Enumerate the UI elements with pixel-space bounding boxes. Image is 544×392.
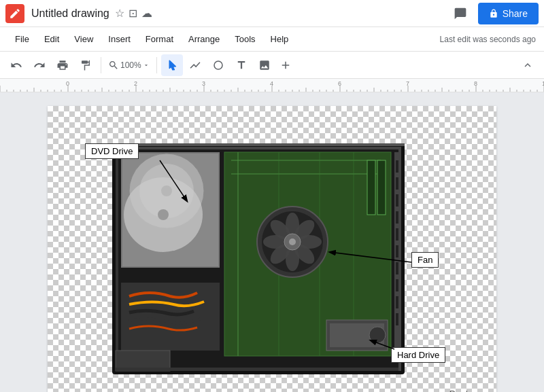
menu-view[interactable]: View: [67, 31, 100, 47]
share-button[interactable]: Share: [478, 3, 539, 24]
line-tool[interactable]: [184, 54, 206, 76]
star-icon[interactable]: ☆: [115, 7, 124, 20]
svg-point-48: [369, 327, 386, 343]
svg-rect-3: [116, 147, 401, 149]
app-logo[interactable]: [5, 4, 24, 23]
image-tool[interactable]: [254, 54, 275, 76]
title-bar-actions: Share: [448, 1, 539, 26]
redo-button[interactable]: [29, 54, 50, 76]
svg-rect-51: [112, 143, 405, 146]
svg-point-0: [214, 61, 222, 69]
comments-button[interactable]: [448, 1, 473, 26]
menu-help[interactable]: Help: [264, 31, 296, 47]
menu-arrange[interactable]: Arrange: [182, 31, 226, 47]
svg-rect-4: [116, 147, 118, 371]
label-fan[interactable]: Fan: [411, 252, 439, 268]
menu-file[interactable]: File: [8, 31, 36, 47]
zoom-button[interactable]: 100%: [105, 54, 152, 76]
document-title[interactable]: Untitled drawing: [31, 7, 109, 20]
canvas-area[interactable]: DVD Drive Fan Hard Drive g: [0, 92, 544, 392]
svg-rect-33: [121, 283, 220, 351]
svg-rect-49: [116, 368, 401, 371]
undo-button[interactable]: [5, 54, 27, 76]
menu-format[interactable]: Format: [139, 31, 180, 47]
svg-rect-20: [377, 160, 386, 215]
last-edit-status: Last edit was seconds ago: [440, 35, 536, 44]
drive-icon[interactable]: ⊡: [129, 7, 137, 20]
drawing-canvas[interactable]: DVD Drive Fan Hard Drive g: [48, 106, 496, 392]
title-bar: Untitled drawing ☆ ⊡ ☁ Share: [0, 0, 544, 27]
separator-2: [156, 57, 157, 73]
watermark: groovyPost.com: [420, 389, 488, 392]
svg-rect-50: [398, 147, 401, 371]
svg-rect-19: [367, 160, 375, 215]
label-hard-drive[interactable]: Hard Drive: [391, 347, 445, 363]
menu-insert[interactable]: Insert: [101, 31, 137, 47]
menu-bar: File Edit View Insert Format Arrange Too…: [0, 27, 544, 52]
svg-point-32: [289, 238, 296, 245]
print-button[interactable]: [52, 54, 73, 76]
svg-point-11: [158, 209, 169, 220]
select-tool[interactable]: [161, 54, 183, 76]
label-dvd-drive[interactable]: DVD Drive: [85, 143, 139, 159]
collapse-toolbar-button[interactable]: [517, 54, 539, 76]
separator-1: [101, 57, 101, 73]
paint-format-button[interactable]: [75, 54, 97, 76]
ruler: [0, 79, 544, 92]
zoom-level: 100%: [120, 60, 141, 70]
menu-tools[interactable]: Tools: [228, 31, 262, 47]
cloud-icon[interactable]: ☁: [141, 7, 152, 20]
menu-edit[interactable]: Edit: [37, 31, 66, 47]
shapes-tool[interactable]: [207, 54, 229, 76]
toolbar: 100%: [0, 52, 544, 79]
share-label: Share: [503, 8, 528, 19]
more-shapes-button[interactable]: [277, 54, 294, 76]
text-tool[interactable]: [231, 54, 252, 76]
